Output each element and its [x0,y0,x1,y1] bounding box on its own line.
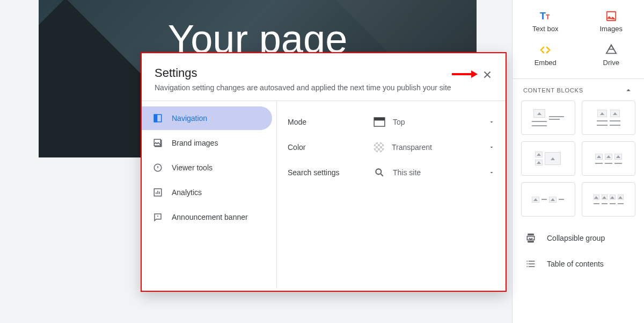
setting-value-text: Top [393,118,405,126]
svg-marker-4 [471,70,478,78]
setting-label: Mode [288,118,374,126]
sidebar-item-label: Viewer tools [172,163,213,172]
insert-item-label: Collapsible group [547,234,605,242]
svg-text:T: T [540,11,546,21]
modal-content: Mode Top Color Transparent [277,101,506,288]
sidebar-item-viewer-tools[interactable]: Viewer tools [142,156,272,180]
setting-row-search: Search settings This site [288,160,495,185]
mode-dropdown[interactable]: Top [374,117,495,127]
modal-title: Settings [155,66,493,80]
tool-label: Images [599,25,623,33]
sidebar-item-navigation[interactable]: Navigation [142,106,272,130]
announcement-icon [152,212,163,222]
toc-icon [525,259,536,269]
setting-label: Search settings [288,168,374,177]
toc-item[interactable]: Table of contents [513,251,644,277]
sidebar-item-brand-images[interactable]: Brand images [142,131,272,155]
search-dropdown[interactable]: This site [374,168,495,177]
collapsible-icon [525,233,536,243]
sidebar-item-analytics[interactable]: Analytics [142,181,272,204]
sidebar-item-label: Announcement banner [172,213,248,221]
block-template-3[interactable] [521,141,575,176]
sidebar-item-label: Analytics [172,188,202,197]
modal-sidebar: Navigation Brand images Viewer tools Ana… [142,101,277,288]
setting-row-color: Color Transparent [288,134,495,160]
svg-text:T: T [546,13,550,21]
color-dropdown[interactable]: Transparent [374,142,495,153]
sidebar-item-label: Navigation [172,114,207,123]
setting-label: Color [288,143,374,152]
modal-subtitle: Navigation setting changes are autosaved… [155,83,493,92]
collapsible-group-item[interactable]: Collapsible group [513,225,644,251]
chevron-up-icon [624,85,633,95]
block-template-2[interactable] [582,101,636,135]
content-blocks-grid [513,101,644,217]
block-template-6[interactable] [582,182,636,217]
tool-label: Drive [603,59,619,67]
brand-images-icon [152,138,163,148]
block-template-1[interactable] [521,101,575,135]
block-template-5[interactable] [521,182,575,217]
setting-row-mode: Mode Top [288,110,495,134]
embed-tool[interactable]: Embed [513,38,579,72]
annotation-arrow [452,69,478,80]
content-blocks-header[interactable]: CONTENT BLOCKS [513,78,644,101]
chevron-down-icon [488,169,495,176]
insert-list: Collapsible group Table of contents [513,217,644,277]
chevron-down-icon [488,144,495,150]
svg-point-13 [376,169,381,174]
sidebar-item-label: Brand images [172,139,218,147]
search-icon [374,168,385,177]
insert-item-label: Table of contents [547,260,604,268]
images-icon [605,10,618,23]
close-button[interactable] [479,66,496,83]
setting-value-text: This site [393,168,421,177]
textbox-tool[interactable]: TT Text box [513,4,579,38]
insert-panel: TT Text box Images Embed Drive CONTENT B… [512,0,644,323]
tool-label: Embed [535,59,557,67]
tool-label: Text box [532,25,558,33]
chevron-down-icon [488,119,495,125]
sidebar-item-announcement[interactable]: Announcement banner [142,205,272,229]
navigation-icon [152,113,163,124]
viewer-tools-icon [152,162,163,173]
setting-value-text: Transparent [392,143,432,152]
embed-icon [539,44,552,56]
close-icon [481,69,493,81]
textbox-icon: TT [539,10,552,23]
analytics-icon [152,187,163,198]
mode-icon [374,117,385,127]
svg-rect-8 [154,139,160,146]
insert-tools-grid: TT Text box Images Embed Drive [513,0,644,78]
transparent-swatch-icon [374,142,384,153]
drive-icon [605,44,618,56]
block-template-4[interactable] [582,141,636,176]
modal-header: Settings Navigation setting changes are … [142,53,506,101]
svg-rect-6 [154,114,157,122]
images-tool[interactable]: Images [579,4,645,38]
settings-modal: Settings Navigation setting changes are … [141,52,507,292]
drive-tool[interactable]: Drive [579,38,645,72]
svg-rect-12 [374,118,385,120]
modal-body: Navigation Brand images Viewer tools Ana… [142,101,506,288]
section-title: CONTENT BLOCKS [523,87,583,94]
